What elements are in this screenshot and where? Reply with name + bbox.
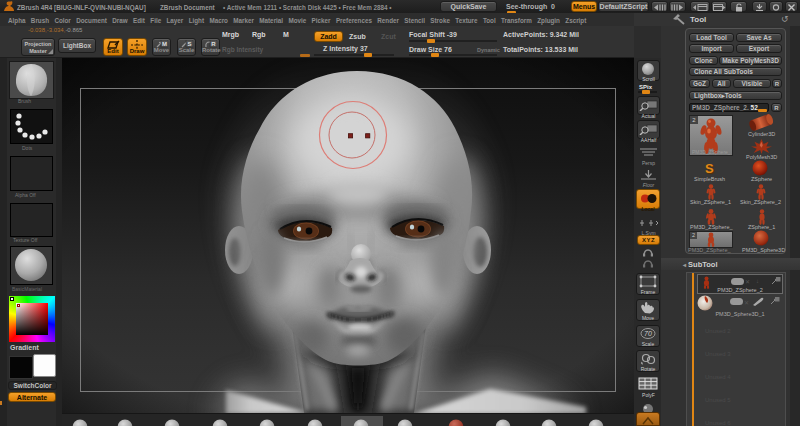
- svg-text:70: 70: [644, 330, 652, 337]
